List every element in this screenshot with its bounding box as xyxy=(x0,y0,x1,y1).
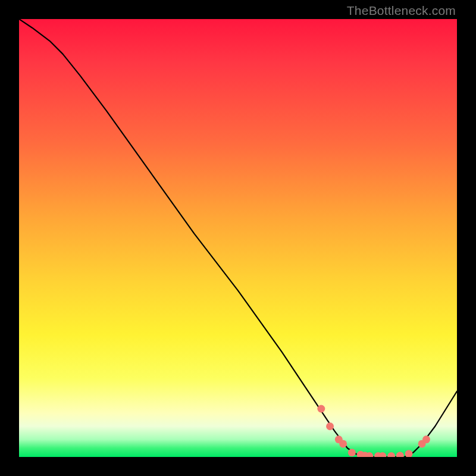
marker-dot xyxy=(418,440,426,447)
plot-area xyxy=(18,18,458,458)
marker-dot xyxy=(422,436,430,443)
marker-dot xyxy=(374,452,382,457)
marker-dot xyxy=(317,405,325,413)
watermark-text: TheBottleneck.com xyxy=(347,4,456,18)
marker-dot xyxy=(405,450,413,457)
marker-dot xyxy=(361,452,369,457)
bottleneck-curve xyxy=(19,19,457,457)
marker-dot xyxy=(396,452,404,457)
marker-dot xyxy=(378,452,386,457)
marker-dot xyxy=(357,451,365,457)
marker-dot xyxy=(335,436,343,443)
marker-dot xyxy=(326,422,334,430)
curve-svg xyxy=(19,19,457,457)
marker-dot xyxy=(348,449,356,456)
marker-dot xyxy=(387,452,395,457)
chart-frame: TheBottleneck.com xyxy=(0,0,476,476)
marker-dot xyxy=(365,452,373,457)
marker-dots xyxy=(317,405,430,457)
marker-dot xyxy=(339,440,347,447)
